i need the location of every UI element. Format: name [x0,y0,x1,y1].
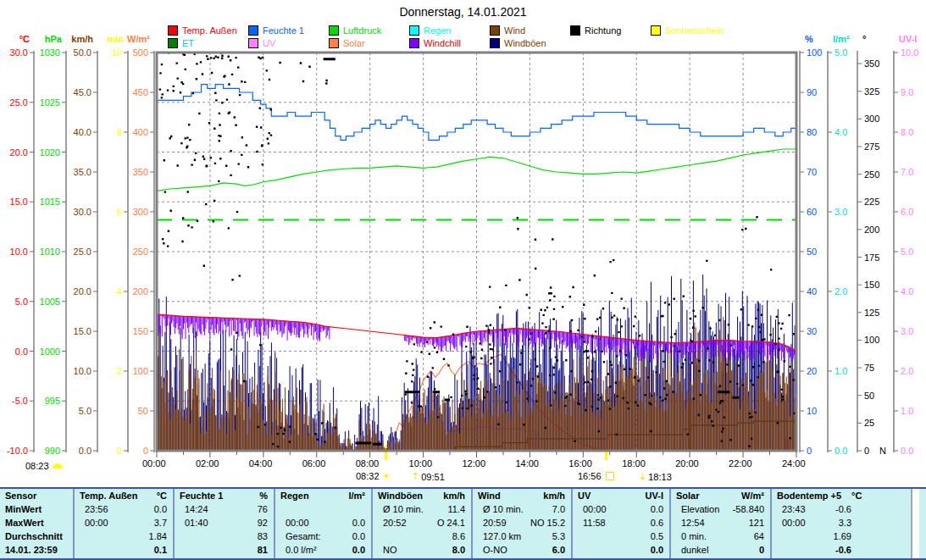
table-cell-value: 0.6 [651,516,669,530]
table-row-label: MinWert [0,502,42,516]
axis-text: 5.0 [835,47,847,58]
axis-text: 1000 [40,347,60,357]
axis-text: 35.0 [74,167,91,177]
x-axis-ticks [157,452,796,457]
legend-item-regen: Regen [409,25,451,36]
axis-text: 200 [133,286,148,297]
axis-text: 5.0 [15,297,28,307]
axis-text: 50.0 [74,47,91,58]
legend-item-solar: Solar [329,37,365,48]
table-row-label: Sensor [0,489,36,502]
axis-text: 20 [807,366,817,376]
axis-text: 4 [117,286,122,297]
axis-text: °C [19,34,30,44]
x-axis-label: 20:00 [675,458,699,469]
table-cell-label: 20:52 [373,516,407,530]
sunset-time-label: 16:56 [578,471,602,481]
table-cell-value: 1.69 [834,530,911,543]
table-column-regen: Regenl/m²00:000.0Gesamt:0.00.0 l/m²0.0 [274,489,371,558]
weather-app-screen: { "title": "Donnerstag, 14.01.2021", "le… [0,0,926,560]
table-column-unit: W/m² [741,489,770,502]
axis-text: 30.0 [74,207,91,217]
table-column-unit: °C [157,489,173,502]
axis-text: 40.0 [74,127,91,137]
axis-text: UV-I [899,34,917,44]
axis-text: 450 [133,87,148,97]
axis-text: min [107,34,124,44]
table-cell-label: 12:54 [671,516,705,530]
table-column-name: Temp. Außen [75,489,137,502]
table-cell-label: 00:00 [75,516,108,530]
axis-text: 4.0 [901,286,913,297]
axis-text: 5.0 [79,406,91,416]
axis-text: 350 [864,58,879,69]
table-column-unit: l/m² [348,489,371,502]
legend-label: ET [182,38,194,48]
table-column-name: Regen [275,489,309,502]
table-cell-label: 11:58 [573,516,606,530]
table-cell-value: 0.0 [352,516,371,530]
legend-item-uv: UV [248,37,275,48]
table-cell-label [772,530,782,543]
table-column-solar: SolarW/m²Elevation-58.84012:541210 min.6… [669,489,770,558]
axis-text: 50 [138,406,148,416]
legend-swatch-icon [168,25,178,36]
axis-text: 1030 [40,47,60,58]
table-cell-value: 5.3 [552,530,571,543]
axis-text: ° [862,34,866,44]
x-axis-label: 16:00 [568,458,592,469]
table-column-name: Wind [473,489,501,502]
axis-text: 15.0 [10,197,28,207]
axis-text: N [879,446,886,456]
legend-swatch-icon [329,25,339,36]
axis-text: 400 [133,127,148,137]
axis-text: hPa [45,34,63,44]
axis-text: 8 [117,127,122,137]
table-column-name: Bodentemp +5 [772,489,841,502]
table-cell-value: -58.840 [733,502,770,516]
x-axis-label: 00:00 [142,458,166,469]
axis-text: 25 [864,418,874,428]
table-cell-label: 00:00 [275,516,309,530]
legend-swatch-icon [248,38,258,48]
table-cell-value: 83 [258,530,274,543]
axis-text: 350 [133,167,148,177]
table-cell-value: 0.0 [352,543,371,557]
table-cell-label: 14:24 [175,502,208,516]
table-row-label: 14.01. 23:59 [0,543,58,557]
sunrise-time: 08:32 ☀ [356,471,391,481]
axis-text: 7.0 [901,167,913,177]
x-axis-label: 22:00 [729,458,752,469]
axis-text: 0.0 [79,446,91,456]
table-cell-value: 92 [258,516,274,530]
axis-text: 250 [864,169,879,180]
table-column-unit: % [259,489,274,502]
axis-text: 10 [112,47,122,58]
table-cell-value [365,502,371,516]
legend-label: Solar [343,38,365,48]
moonrise-time: ⇡ 09:51 [412,471,445,482]
axis-text: 2 [117,366,122,376]
sunrise-time-label: 08:32 [356,471,380,481]
table-cell-label [373,530,383,543]
table-cell-label: 01:40 [175,516,208,530]
axis-text: 325 [864,86,879,97]
legend-item-feuchte-1: Feuchte 1 [248,25,304,36]
table-row-label: MaxWert [0,516,44,530]
legend-label: Wind [504,25,525,36]
axis-text: 4.0 [835,127,847,137]
legend-label: Sonnenschein [665,25,724,36]
table-cell-value: O 24.1 [437,516,471,530]
axis-text: 10.0 [10,247,28,257]
statistics-table: SensorMinWertMaxWertDurchschnitt14.01. 2… [0,487,926,560]
table-cell-label: NO [373,543,397,557]
table-cell-label: dunkel [671,543,708,557]
axis-text: 5.0 [901,247,913,257]
legend-label: UV [263,38,275,48]
x-axis-label: 02:00 [196,458,219,469]
legend-item-windb-en: Windböen [490,37,546,48]
dawn-time: 08:23 [25,461,63,471]
table-cell-value: 6.0 [552,543,571,557]
table-cell-value: 0.0 [154,502,173,516]
axis-text: 25.0 [10,97,28,108]
